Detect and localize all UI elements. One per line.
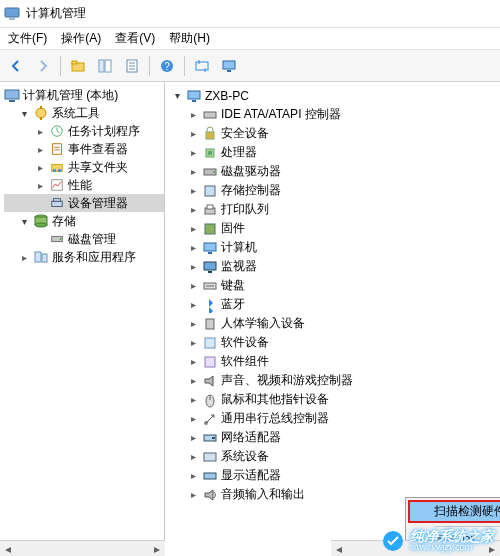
tree-system-tools[interactable]: ▾ 系统工具	[4, 104, 164, 122]
scroll-right-icon[interactable]: ▸	[149, 541, 165, 557]
system-device	[202, 449, 218, 465]
chevron-right-icon[interactable]: ▸	[187, 166, 199, 178]
chevron-right-icon[interactable]: ▸	[187, 109, 199, 121]
chevron-down-icon[interactable]: ▾	[18, 107, 30, 119]
back-button[interactable]	[4, 54, 28, 78]
device-category[interactable]: ▸计算机	[169, 238, 500, 257]
scroll-left-icon[interactable]: ◂	[0, 541, 16, 557]
mouse-icon	[202, 392, 218, 408]
chevron-right-icon[interactable]: ▸	[187, 489, 199, 501]
chevron-right-icon[interactable]: ▸	[187, 185, 199, 197]
device-category[interactable]: ▸打印队列	[169, 200, 500, 219]
device-category[interactable]: ▸鼠标和其他指针设备	[169, 390, 500, 409]
svg-point-17	[36, 108, 46, 118]
chevron-right-icon[interactable]: ▸	[187, 470, 199, 482]
ctx-scan-hardware[interactable]: 扫描检测硬件改动(A)	[408, 500, 500, 523]
device-category[interactable]: ▸监视器	[169, 257, 500, 276]
chevron-right-icon[interactable]: ▸	[187, 223, 199, 235]
svg-rect-56	[205, 338, 215, 348]
chevron-right-icon[interactable]: ▸	[187, 147, 199, 159]
tree-device-manager[interactable]: ▸ 设备管理器	[4, 194, 164, 212]
mmc-tree[interactable]: 计算机管理 (本地) ▾ 系统工具 ▸ 任务计划程序 ▸	[0, 82, 164, 266]
chevron-down-icon[interactable]: ▾	[171, 90, 183, 102]
device-tree-root[interactable]: ▾ ZXB-PC	[169, 86, 500, 105]
chevron-right-icon[interactable]: ▸	[187, 261, 199, 273]
device-category[interactable]: ▸软件设备	[169, 333, 500, 352]
chevron-right-icon[interactable]: ▸	[187, 318, 199, 330]
tree-shared-folders[interactable]: ▸ 共享文件夹	[4, 158, 164, 176]
chevron-right-icon[interactable]: ▸	[187, 375, 199, 387]
device-category[interactable]: ▸系统设备	[169, 447, 500, 466]
print-queue	[202, 202, 218, 218]
forward-button[interactable]	[31, 54, 55, 78]
chevron-right-icon[interactable]: ▸	[34, 161, 46, 173]
help-button[interactable]: ?	[155, 54, 179, 78]
device-category[interactable]: ▸处理器	[169, 143, 500, 162]
chevron-right-icon[interactable]: ▸	[187, 413, 199, 425]
show-hide-tree-button[interactable]	[93, 54, 117, 78]
chevron-right-icon[interactable]: ▸	[187, 394, 199, 406]
device-category[interactable]: ▸存储控制器	[169, 181, 500, 200]
refresh-button[interactable]	[190, 54, 214, 78]
menu-file[interactable]: 文件(F)	[8, 30, 47, 47]
chevron-right-icon[interactable]: ▸	[34, 143, 46, 155]
device-category[interactable]: ▸安全设备	[169, 124, 500, 143]
svg-rect-36	[42, 254, 47, 262]
menu-action[interactable]: 操作(A)	[61, 30, 101, 47]
tree-storage[interactable]: ▾ 存储	[4, 212, 164, 230]
chevron-right-icon[interactable]: ▸	[187, 204, 199, 216]
device-category[interactable]: ▸IDE ATA/ATAPI 控制器	[169, 105, 500, 124]
svg-rect-0	[5, 8, 19, 17]
chevron-right-icon[interactable]: ▸	[34, 179, 46, 191]
properties-button[interactable]	[120, 54, 144, 78]
left-horizontal-scrollbar[interactable]: ◂ ▸	[0, 540, 165, 556]
chevron-right-icon[interactable]: ▸	[187, 280, 199, 292]
scroll-track[interactable]	[347, 543, 484, 555]
menu-help[interactable]: 帮助(H)	[169, 30, 210, 47]
tree-event-viewer[interactable]: ▸ 事件查看器	[4, 140, 164, 158]
scroll-track[interactable]	[16, 543, 149, 555]
chevron-right-icon[interactable]: ▸	[34, 125, 46, 137]
chevron-down-icon[interactable]: ▾	[18, 215, 30, 227]
svg-rect-5	[105, 60, 111, 72]
toolbar-separator	[149, 56, 150, 76]
device-category[interactable]: ▸软件组件	[169, 352, 500, 371]
svg-rect-12	[196, 62, 208, 70]
scroll-right-icon[interactable]: ▸	[484, 541, 500, 557]
chevron-right-icon[interactable]: ▸	[18, 251, 30, 263]
scroll-left-icon[interactable]: ◂	[331, 541, 347, 557]
menu-view[interactable]: 查看(V)	[115, 30, 155, 47]
tree-task-scheduler[interactable]: ▸ 任务计划程序	[4, 122, 164, 140]
tree-performance[interactable]: ▸ 性能	[4, 176, 164, 194]
svg-rect-65	[204, 473, 216, 479]
device-category[interactable]: ▸键盘	[169, 276, 500, 295]
device-category[interactable]: ▸固件	[169, 219, 500, 238]
monitor-button[interactable]	[217, 54, 241, 78]
device-tree[interactable]: ▾ ZXB-PC ▸IDE ATA/ATAPI 控制器▸安全设备▸处理器▸磁盘驱…	[165, 82, 500, 504]
chevron-right-icon[interactable]: ▸	[187, 299, 199, 311]
tree-root[interactable]: 计算机管理 (本地)	[4, 86, 164, 104]
device-category[interactable]: ▸通用串行总线控制器	[169, 409, 500, 428]
device-category-label: 打印队列	[221, 201, 269, 218]
tree-disk-mgmt[interactable]: ▸ 磁盘管理	[4, 230, 164, 248]
chevron-right-icon[interactable]: ▸	[187, 432, 199, 444]
chevron-right-icon[interactable]: ▸	[187, 128, 199, 140]
chevron-right-icon[interactable]: ▸	[187, 337, 199, 349]
tree-services-apps[interactable]: ▸ 服务和应用程序	[4, 248, 164, 266]
device-category[interactable]: ▸磁盘驱动器	[169, 162, 500, 181]
tree-label: 磁盘管理	[68, 231, 116, 248]
device-category[interactable]: ▸蓝牙	[169, 295, 500, 314]
svg-rect-39	[204, 112, 216, 118]
up-button[interactable]	[66, 54, 90, 78]
svg-marker-66	[205, 490, 213, 500]
right-horizontal-scrollbar[interactable]: ◂ ▸	[331, 540, 500, 556]
device-category[interactable]: ▸网络适配器	[169, 428, 500, 447]
svg-rect-18	[40, 106, 42, 109]
chevron-right-icon[interactable]: ▸	[187, 451, 199, 463]
device-category[interactable]: ▸声音、视频和游戏控制器	[169, 371, 500, 390]
chevron-right-icon[interactable]: ▸	[187, 242, 199, 254]
device-category[interactable]: ▸显示适配器	[169, 466, 500, 485]
device-category-label: 鼠标和其他指针设备	[221, 391, 329, 408]
device-category[interactable]: ▸人体学输入设备	[169, 314, 500, 333]
chevron-right-icon[interactable]: ▸	[187, 356, 199, 368]
